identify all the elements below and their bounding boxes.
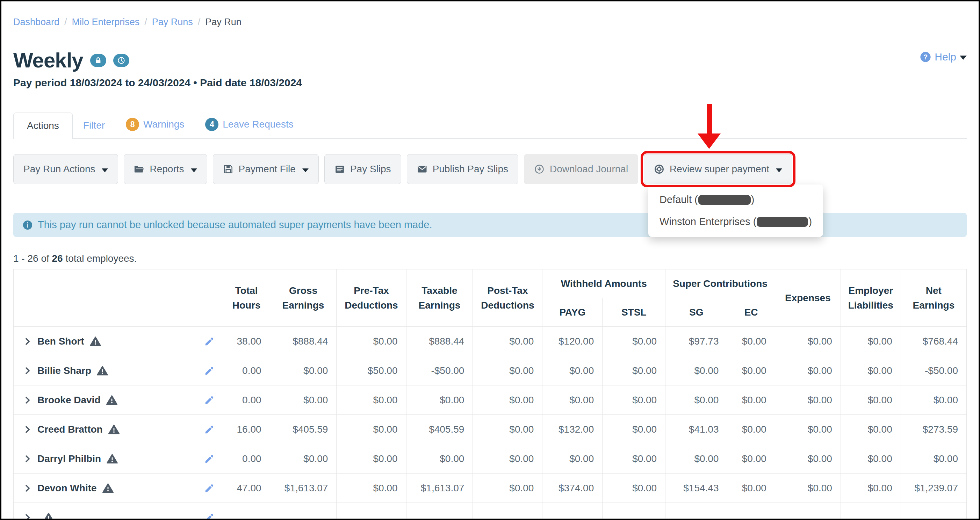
table-cell: [603, 503, 665, 520]
table-cell: [223, 503, 270, 520]
edit-pencil-icon[interactable]: [204, 453, 215, 464]
table-cell: $0.00: [727, 356, 775, 385]
table-cell: $0.00: [665, 444, 727, 474]
breadcrumb-pay-runs[interactable]: Pay Runs: [152, 17, 193, 28]
employee-name-cell[interactable]: Devon White: [14, 474, 223, 503]
employee-name-cell[interactable]: Darryl Philbin: [14, 444, 223, 474]
table-cell: $273.59: [900, 415, 966, 444]
table-cell: $0.00: [603, 474, 665, 503]
folder-open-icon: [134, 164, 144, 174]
table-cell: $0.00: [840, 474, 900, 503]
table-cell: [473, 503, 542, 520]
employee-name-cell[interactable]: Ben Short: [14, 327, 223, 356]
table-cell: $0.00: [775, 444, 840, 474]
table-cell: [337, 503, 406, 520]
table-cell: $0.00: [840, 356, 900, 385]
breadcrumb-dashboard[interactable]: Dashboard: [13, 17, 59, 28]
table-cell: $405.59: [270, 415, 337, 444]
table-cell: $0.00: [337, 415, 406, 444]
download-journal-button[interactable]: Download Journal: [524, 154, 638, 184]
table-cell: $154.43: [665, 474, 727, 503]
table-cell: $374.00: [542, 474, 603, 503]
table-cell: $0.00: [727, 385, 775, 415]
employee-name-cell[interactable]: Billie Sharp: [14, 356, 223, 385]
header-stsl: STSL: [603, 298, 665, 327]
employee-name: Billie Sharp: [37, 365, 91, 376]
table-row: Creed Bratton 16.00 $405.59 $0.00 $405.5…: [14, 415, 967, 444]
table-cell: $0.00: [473, 385, 542, 415]
header-employer-liabilities: Employer Liabilities: [840, 269, 900, 327]
edit-pencil-icon[interactable]: [204, 336, 215, 347]
chevron-right-icon[interactable]: [24, 484, 32, 492]
table-cell: $0.00: [840, 385, 900, 415]
table-cell: $0.00: [775, 327, 840, 356]
header-group-withheld-amounts: Withheld Amounts: [542, 269, 665, 298]
header-ec: EC: [727, 298, 775, 327]
reports-button[interactable]: Reports: [124, 154, 207, 184]
chevron-right-icon[interactable]: [24, 396, 32, 404]
table-row: [14, 503, 967, 520]
chevron-right-icon[interactable]: [24, 455, 32, 463]
table-cell: $0.00: [603, 415, 665, 444]
employee-count-summary: 1 - 26 of 26 total employees.: [13, 253, 967, 264]
publish-pay-slips-button[interactable]: Publish Pay Slips: [407, 154, 518, 184]
redacted-text: [757, 217, 808, 227]
table-row: Darryl Philbin 0.00 $0.00 $0.00 $0.00 $0…: [14, 444, 967, 474]
review-super-payment-button[interactable]: Review super payment Default ( ) Winston…: [644, 154, 792, 184]
table-cell: $0.00: [270, 356, 337, 385]
pay-run-actions-button[interactable]: Pay Run Actions: [13, 154, 118, 184]
header-sg: SG: [665, 298, 727, 327]
warning-triangle-icon: [108, 424, 119, 435]
table-cell: $0.00: [337, 444, 406, 474]
table-cell: 38.00: [223, 327, 270, 356]
payment-file-button[interactable]: Payment File: [213, 154, 319, 184]
table-cell: $0.00: [727, 444, 775, 474]
help-menu[interactable]: ? Help: [920, 51, 967, 63]
table-cell: [775, 503, 840, 520]
edit-pencil-icon[interactable]: [204, 366, 215, 376]
tab-leave-requests[interactable]: 4 Leave Requests: [195, 110, 304, 138]
pay-period-subtitle: Pay period 18/03/2024 to 24/03/2024 • Pa…: [13, 77, 967, 89]
question-circle-icon: ?: [920, 51, 931, 62]
edit-pencil-icon[interactable]: [204, 512, 215, 520]
breadcrumb-current: Pay Run: [205, 17, 242, 28]
chevron-right-icon[interactable]: [24, 514, 32, 520]
employee-name-cell[interactable]: Brooke David: [14, 385, 223, 415]
tab-leave-requests-label: Leave Requests: [223, 119, 293, 130]
table-cell: $0.00: [603, 444, 665, 474]
table-cell: $0.00: [900, 444, 966, 474]
table-cell: $0.00: [775, 415, 840, 444]
warning-triangle-icon: [107, 453, 118, 464]
actions-toolbar: Pay Run Actions Reports Payment File Pay…: [13, 154, 967, 184]
chevron-right-icon[interactable]: [24, 367, 32, 375]
tab-filter[interactable]: Filter: [73, 113, 115, 138]
header-group-super-contributions: Super Contributions: [665, 269, 775, 298]
chevron-right-icon[interactable]: [24, 337, 32, 346]
table-cell: $0.00: [727, 415, 775, 444]
tab-warnings[interactable]: 8 Warnings: [115, 110, 195, 138]
list-box-icon: [334, 164, 345, 174]
locked-info-alert: This pay run cannot be unlocked because …: [13, 213, 967, 237]
tab-actions-label: Actions: [27, 120, 59, 131]
table-cell: $1,613.07: [406, 474, 473, 503]
table-cell: $0.00: [775, 356, 840, 385]
pay-slips-button[interactable]: Pay Slips: [325, 154, 401, 184]
warning-triangle-icon: [90, 336, 101, 347]
dropdown-item-default[interactable]: Default ( ): [648, 189, 823, 211]
dropdown-item-winston-enterprises[interactable]: Winston Enterprises ( ): [648, 211, 823, 233]
table-row: Brooke David 0.00 $0.00 $0.00 $0.00 $0.0…: [14, 385, 967, 415]
edit-pencil-icon[interactable]: [204, 424, 215, 435]
employee-name-cell[interactable]: Creed Bratton: [14, 415, 223, 444]
edit-pencil-icon[interactable]: [204, 395, 215, 406]
table-cell: $0.00: [775, 474, 840, 503]
table-cell: $0.00: [840, 444, 900, 474]
payment-file-label: Payment File: [239, 164, 296, 175]
tab-actions[interactable]: Actions: [13, 113, 73, 139]
chevron-right-icon[interactable]: [24, 425, 32, 434]
employee-name-cell[interactable]: [14, 503, 223, 520]
breadcrumb-business[interactable]: Milo Enterprises: [72, 17, 140, 28]
header-employee: [14, 269, 223, 327]
table-cell: $0.00: [270, 385, 337, 415]
edit-pencil-icon[interactable]: [204, 483, 215, 493]
table-cell: $132.00: [542, 415, 603, 444]
